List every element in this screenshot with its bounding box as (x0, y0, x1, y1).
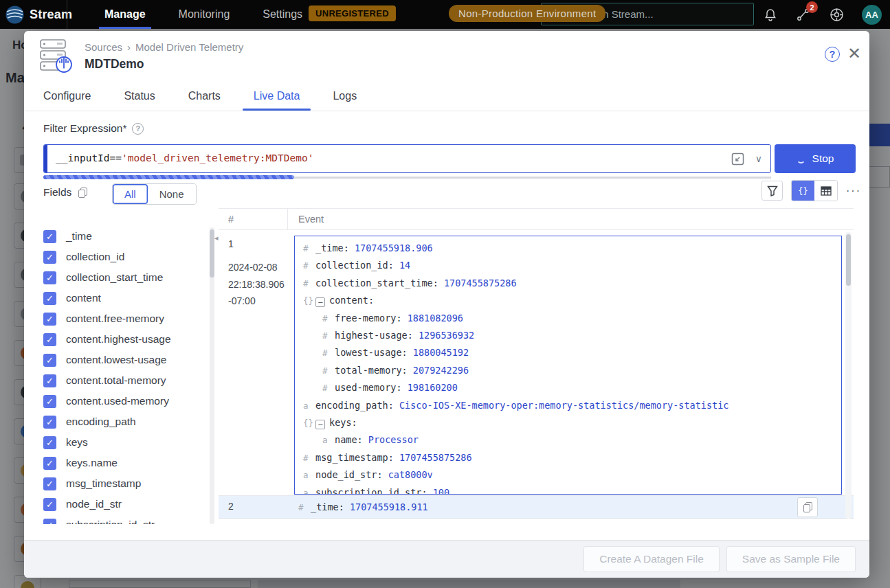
copy-event-icon[interactable] (797, 497, 818, 517)
collapse-node-icon[interactable]: − (315, 420, 325, 429)
copy-fields-icon[interactable] (78, 188, 87, 198)
field-checkbox[interactable]: ✓ (43, 498, 56, 511)
field-item-subscription_id_str[interactable]: ✓subscription_id_str (43, 514, 205, 524)
field-checkbox[interactable]: ✓ (43, 333, 56, 346)
event-field-_time[interactable]: #_time: 1707455918.911 (290, 499, 428, 516)
user-avatar[interactable]: AA (862, 5, 882, 25)
num-type-icon: # (303, 275, 315, 292)
tab-logs[interactable]: Logs (333, 81, 357, 111)
event-value: 2079242296 (408, 365, 469, 376)
field-checkbox[interactable]: ✓ (43, 251, 56, 264)
field-checkbox[interactable]: ✓ (43, 395, 56, 408)
event-field-highest-usage[interactable]: #highest-usage: 1296536932 (295, 327, 841, 344)
event-field-used-memory[interactable]: #used-memory: 198160200 (295, 379, 841, 396)
field-item-keys[interactable]: ✓keys (43, 432, 205, 453)
more-options-icon[interactable]: ··· (846, 185, 861, 197)
event-field-node_id_str[interactable]: anode_id_str: cat8000v (295, 466, 841, 484)
fields-scrollbar[interactable] (210, 227, 214, 524)
fields-none-button[interactable]: None (148, 184, 196, 204)
table-view-button[interactable] (814, 181, 837, 201)
notifications-bell-icon[interactable] (763, 7, 778, 22)
str-type-icon: a (303, 398, 315, 414)
field-checkbox[interactable]: ✓ (43, 354, 56, 367)
tab-configure[interactable]: Configure (43, 81, 91, 111)
field-checkbox[interactable]: ✓ (43, 313, 56, 326)
event-value: 1296536932 (413, 330, 474, 341)
save-sample-button[interactable]: Save as Sample File (726, 546, 856, 572)
field-checkbox[interactable]: ✓ (43, 230, 56, 243)
event-row-2[interactable]: 2 #_time: 1707455918.911 (219, 496, 854, 519)
filter-help-icon[interactable]: ? (132, 123, 144, 135)
field-item-content.total-memory[interactable]: ✓content.total-memory (43, 370, 205, 391)
field-item-content.free-memory[interactable]: ✓content.free-memory (43, 308, 205, 329)
filter-expression-value[interactable]: __inputId=='model_driven_telemetry:MDTDe… (56, 152, 313, 163)
stop-button[interactable]: Stop (775, 144, 856, 173)
modal-header: Sources › Model Driven Telemetry MDTDemo… (24, 31, 869, 81)
field-checkbox[interactable]: ✓ (43, 374, 56, 387)
jobs-branch-icon[interactable]: 2 (796, 7, 811, 22)
breadcrumb-source-type[interactable]: Model Driven Telemetry (135, 41, 243, 53)
event-field-name[interactable]: aname: Processor (295, 431, 841, 449)
field-item-encoding_path[interactable]: ✓encoding_path (43, 411, 205, 432)
event-field-encoding_path[interactable]: aencoding_path: Cisco-IOS-XE-memory-oper… (295, 397, 841, 414)
json-view-button[interactable]: {} (792, 181, 814, 201)
num-type-icon: # (322, 363, 335, 379)
expand-editor-icon[interactable] (731, 152, 744, 166)
field-item-content[interactable]: ✓content (43, 288, 205, 308)
field-checkbox[interactable]: ✓ (43, 436, 56, 449)
nav-item-settings[interactable]: Settings (263, 0, 302, 29)
event-value: 198160200 (402, 382, 458, 393)
field-checkbox[interactable]: ✓ (43, 477, 56, 490)
field-checkbox[interactable]: ✓ (43, 292, 56, 305)
expression-history-chevron-icon[interactable]: ∨ (755, 153, 762, 164)
field-item-_time[interactable]: ✓_time (43, 226, 205, 247)
events-scrollbar-thumb[interactable] (846, 234, 851, 286)
event-field-msg_timestamp[interactable]: #msg_timestamp: 1707455875286 (295, 449, 841, 466)
field-item-msg_timestamp[interactable]: ✓msg_timestamp (43, 473, 205, 494)
event-field-_time[interactable]: #_time: 1707455918.906 (295, 240, 841, 257)
nav-item-manage[interactable]: Manage (104, 0, 146, 29)
event-key: msg_timestamp: (315, 452, 394, 463)
field-checkbox[interactable]: ✓ (43, 457, 56, 470)
brand[interactable]: Stream (0, 5, 67, 24)
field-checkbox[interactable]: ✓ (43, 519, 56, 525)
page-title: MDTDemo (85, 57, 144, 71)
breadcrumb-sources[interactable]: Sources (85, 41, 122, 53)
filter-funnel-icon[interactable] (761, 181, 783, 201)
event-field-keys[interactable]: {}−keys: (295, 414, 841, 431)
nav-item-monitoring[interactable]: Monitoring (179, 0, 230, 29)
field-item-content.highest-usage[interactable]: ✓content.highest-usage (43, 329, 205, 350)
field-item-content.lowest-usage[interactable]: ✓content.lowest-usage (43, 350, 205, 370)
event-field-collection_start_time[interactable]: #collection_start_time: 1707455875286 (295, 275, 841, 292)
create-datagen-button[interactable]: Create A Datagen File (583, 546, 720, 572)
tab-status[interactable]: Status (124, 81, 155, 111)
field-item-collection_id[interactable]: ✓collection_id (43, 247, 205, 267)
event-json-view[interactable]: #_time: 1707455918.906#collection_id: 14… (294, 236, 842, 495)
event-field-content[interactable]: {}−content: (295, 292, 841, 309)
field-item-collection_start_time[interactable]: ✓collection_start_time (43, 267, 205, 288)
tab-live-data[interactable]: Live Data (254, 81, 300, 111)
field-item-content.used-memory[interactable]: ✓content.used-memory (43, 391, 205, 411)
events-scrollbar[interactable] (845, 232, 852, 519)
field-checkbox[interactable]: ✓ (43, 271, 56, 284)
fields-scrollbar-thumb[interactable] (210, 229, 214, 278)
notification-count-badge: 2 (806, 1, 818, 13)
filter-expression-input[interactable]: __inputId=='model_driven_telemetry:MDTDe… (43, 144, 771, 173)
event-key: node_id_str: (315, 469, 383, 480)
event-row-1[interactable]: 1 2024-02-08 22:18:38.906 -07:00 #_time:… (219, 230, 854, 496)
field-item-keys.name[interactable]: ✓keys.name (43, 453, 205, 473)
fields-all-button[interactable]: All (113, 184, 148, 204)
modal-help-icon[interactable]: ? (825, 47, 840, 62)
event-field-free-memory[interactable]: #free-memory: 1881082096 (295, 310, 841, 327)
event-field-total-memory[interactable]: #total-memory: 2079242296 (295, 362, 841, 379)
community-globe-icon[interactable] (829, 7, 844, 22)
event-field-collection_id[interactable]: #collection_id: 14 (295, 257, 841, 274)
event-field-lowest-usage[interactable]: #lowest-usage: 1880045192 (295, 344, 841, 361)
close-icon[interactable]: ✕ (847, 45, 861, 63)
field-checkbox[interactable]: ✓ (43, 416, 56, 429)
event-field-subscription_id_str[interactable]: asubscription_id_str: 100 (295, 484, 841, 495)
tab-charts[interactable]: Charts (188, 81, 221, 111)
collapse-node-icon[interactable]: − (315, 297, 325, 307)
event-key: total-memory: (335, 365, 408, 376)
field-item-node_id_str[interactable]: ✓node_id_str (43, 494, 205, 514)
